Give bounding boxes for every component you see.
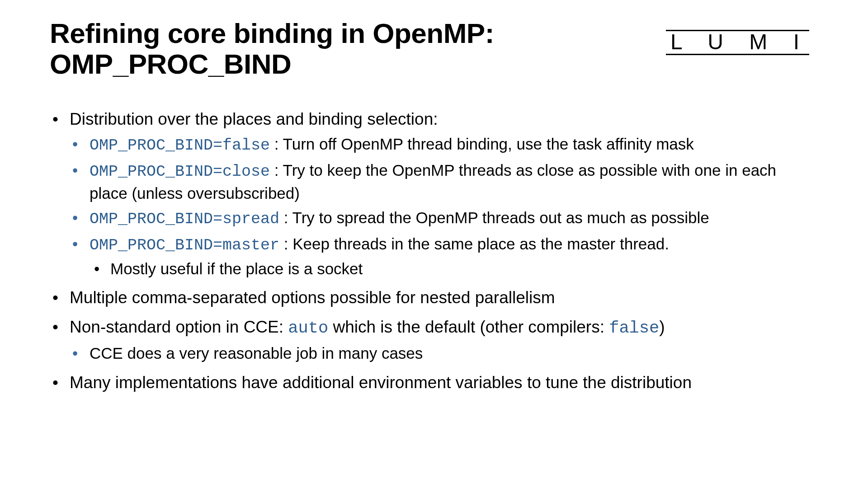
code-false: false <box>609 319 659 338</box>
code-bind-spread: OMP_PROC_BIND=spread <box>90 210 279 228</box>
title-line-1: Refining core binding in OpenMP: <box>50 18 494 49</box>
bullet-nested-text: Multiple comma-separated options possibl… <box>70 288 555 307</box>
cce-note-text: CCE does a very reasonable job in many c… <box>90 344 423 362</box>
cce-pre: Non-standard option in CCE: <box>70 318 288 336</box>
bullet-bind-false: OMP_PROC_BIND=false : Turn off OpenMP th… <box>70 133 814 156</box>
header: Refining core binding in OpenMP: OMP_PRO… <box>50 18 814 80</box>
bullet-master-note: Mostly useful if the place is a socket <box>90 258 814 280</box>
master-note-text: Mostly useful if the place is a socket <box>110 260 363 277</box>
lumi-logo-text: L U M I <box>666 30 809 55</box>
slide: Refining core binding in OpenMP: OMP_PRO… <box>0 0 868 488</box>
bind-false-desc: : Turn off OpenMP thread binding, use th… <box>270 135 694 153</box>
code-auto: auto <box>288 319 328 338</box>
bullet-cce-note: CCE does a very reasonable job in many c… <box>70 343 814 364</box>
lumi-logo: L U M I <box>666 30 809 55</box>
slide-body: Distribution over the places and binding… <box>50 108 814 394</box>
bullet-distribution-text: Distribution over the places and binding… <box>70 110 438 128</box>
slide-title: Refining core binding in OpenMP: OMP_PRO… <box>50 18 494 80</box>
bullet-nested: Multiple comma-separated options possibl… <box>50 286 814 309</box>
bullet-bind-spread: OMP_PROC_BIND=spread : Try to spread the… <box>70 207 814 230</box>
bind-master-desc: : Keep threads in the same place as the … <box>279 235 669 253</box>
bullet-distribution: Distribution over the places and binding… <box>50 108 814 280</box>
bullet-extra-env-text: Many implementations have additional env… <box>70 373 692 392</box>
bullet-bind-close: OMP_PROC_BIND=close : Try to keep the Op… <box>70 160 814 205</box>
bullet-cce: Non-standard option in CCE: auto which i… <box>50 315 814 364</box>
cce-mid: which is the default (other compilers: <box>328 318 609 336</box>
title-line-2: OMP_PROC_BIND <box>50 48 291 80</box>
bullet-extra-env: Many implementations have additional env… <box>50 371 814 394</box>
code-bind-false: OMP_PROC_BIND=false <box>90 136 270 155</box>
bind-spread-desc: : Try to spread the OpenMP threads out a… <box>279 209 709 226</box>
bullet-bind-master: OMP_PROC_BIND=master : Keep threads in t… <box>70 233 814 280</box>
code-bind-close: OMP_PROC_BIND=close <box>90 163 270 181</box>
cce-post: ) <box>659 318 665 336</box>
code-bind-master: OMP_PROC_BIND=master <box>90 236 279 254</box>
